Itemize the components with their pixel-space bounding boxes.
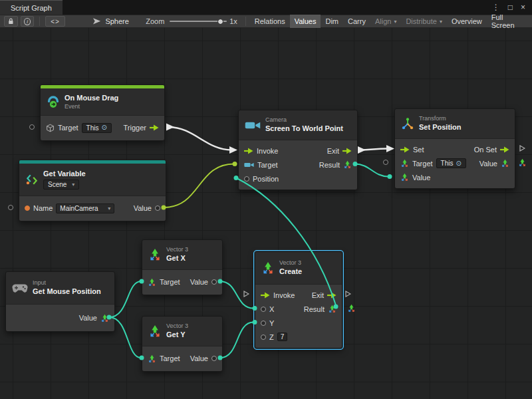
object-picker-icon[interactable]: ⊙ (101, 124, 106, 131)
flow-in-port[interactable] (261, 292, 270, 299)
tab-script-graph[interactable]: Script Graph (0, 0, 63, 15)
float-in-port[interactable] (261, 334, 266, 340)
vector3-port-icon[interactable] (148, 354, 156, 363)
separator (245, 17, 246, 26)
port-row: Invoke Exit (239, 144, 357, 158)
flow-out-port[interactable] (342, 148, 352, 154)
toolbar-button-distribute[interactable]: Distribute ▾ (401, 15, 446, 28)
vector3-port-icon[interactable] (328, 305, 336, 313)
flow-out-port[interactable] (500, 146, 509, 153)
toolbar-button-align[interactable]: Align ▾ (370, 15, 401, 28)
wire-arrowhead (386, 145, 394, 152)
port-label-x: X (269, 305, 274, 313)
flow-out-stub[interactable] (345, 291, 351, 297)
value-out-port[interactable] (155, 205, 160, 211)
toolbar-button-carry[interactable]: Carry (343, 15, 370, 28)
object-picker-icon[interactable]: ⊙ (456, 160, 461, 167)
wire-variable-to-target[interactable] (164, 164, 234, 208)
toolbar-button-dim[interactable]: Dim (321, 15, 343, 28)
flow-out-port[interactable] (327, 292, 336, 299)
target-self-chip[interactable]: This ⊙ (82, 123, 112, 133)
node-set-position[interactable]: Transform Set Position Set On Set Target… (394, 108, 515, 189)
port-label-target: Target (257, 161, 278, 169)
camera-port-icon[interactable] (244, 162, 254, 168)
node-create-vector3[interactable]: Vector 3 Create Invoke Exit X Result (255, 251, 342, 348)
node-body: Value (6, 304, 114, 331)
wire-exit-to-set[interactable] (359, 149, 387, 150)
code-preview-button[interactable]: <> (45, 16, 65, 27)
port-row: Target Value (142, 350, 222, 367)
vector3-port-icon[interactable] (100, 314, 109, 323)
chevron-down-icon: ▾ (440, 19, 442, 25)
chip-label: This (86, 124, 99, 132)
lock-button[interactable] (4, 16, 18, 27)
transform-port-icon[interactable] (400, 159, 409, 168)
flow-out-port[interactable] (150, 124, 159, 131)
z-value-field[interactable]: 7 (277, 332, 288, 341)
node-on-mouse-drag[interactable]: On Mouse Drag Event Target This ⊙ Trigge… (40, 84, 165, 141)
node-input-stub[interactable] (8, 205, 13, 210)
wire-arrowhead (229, 146, 237, 154)
value-out-port[interactable] (211, 279, 217, 285)
port-label-result: Result (304, 305, 325, 313)
node-input-stub[interactable] (383, 160, 388, 165)
code-icon: <> (51, 18, 60, 25)
camera-icon (245, 120, 261, 130)
node-header: Vector 3 Create (255, 252, 342, 284)
float-in-port[interactable] (261, 307, 266, 312)
maximize-icon[interactable]: □ (508, 3, 513, 11)
vector3-port-icon[interactable] (343, 160, 352, 169)
toolbar-button-overview[interactable]: Overview (447, 15, 487, 28)
port-row: Z 7 (255, 330, 342, 344)
node-screen-to-world-point[interactable]: Camera Screen To World Point Invoke Exit… (238, 110, 358, 190)
vector3-out-stub[interactable] (518, 158, 527, 167)
separator (39, 17, 40, 26)
vector3-port-icon[interactable] (148, 278, 156, 287)
node-body: Invoke Exit X Result Y (255, 284, 342, 348)
node-get-x[interactable]: Vector 3 Get X Target Value (142, 239, 223, 295)
node-header: Camera Screen To World Point (239, 110, 357, 140)
port-row: Target Value (142, 273, 222, 291)
vector3-port-icon[interactable] (400, 173, 409, 182)
float-in-port[interactable] (261, 321, 266, 326)
port-label-result: Result (319, 161, 340, 169)
node-input-stub[interactable] (29, 124, 35, 130)
graph-toolbar: i <> Sphere Zoom 1x Relations Values Dim… (0, 15, 532, 28)
variable-kind-dropdown[interactable]: Scene ▾ (43, 180, 79, 190)
node-subtitle: Event (65, 104, 118, 110)
wire-trigger-to-invoke[interactable] (168, 127, 231, 150)
string-port[interactable] (25, 205, 30, 211)
flow-in-port[interactable] (400, 146, 410, 153)
zoom-slider-knob[interactable] (217, 19, 223, 25)
vector3-out-stub[interactable] (347, 304, 356, 313)
node-get-variable[interactable]: Get Variable Scene ▾ Name MainCamera ▾ (19, 160, 166, 221)
wire-result-to-value[interactable] (355, 164, 388, 177)
transform-icon (401, 117, 414, 130)
gameobject-icon[interactable] (46, 124, 55, 132)
chip-label: This (441, 160, 454, 167)
flow-out-stub[interactable] (519, 145, 525, 152)
toolbar-button-values[interactable]: Values (290, 15, 321, 28)
info-button[interactable]: i (21, 16, 35, 27)
toolbar-button-relations[interactable]: Relations (250, 15, 290, 28)
flow-in-stub[interactable] (243, 291, 249, 297)
variable-name-dropdown[interactable]: MainCamera ▾ (56, 203, 114, 213)
node-get-mouse-position[interactable]: Input Get Mouse Position Value (5, 271, 115, 332)
zoom-slider[interactable] (170, 17, 227, 26)
port-row: Target Result (239, 158, 357, 172)
wire-gety-to-create-y[interactable] (220, 323, 253, 358)
port-label-value-in: Value (412, 174, 430, 182)
port-label-value: Value (79, 314, 97, 322)
vector3-in-port[interactable] (244, 176, 249, 182)
graph-canvas[interactable]: On Mouse Drag Event Target This ⊙ Trigge… (0, 28, 532, 399)
toolbar-button-fullscreen[interactable]: Full Screen (487, 15, 532, 28)
wire-endpoint (233, 162, 237, 166)
node-get-y[interactable]: Vector 3 Get Y Target Value (142, 316, 223, 372)
close-icon[interactable]: × (521, 3, 525, 11)
value-out-port[interactable] (211, 356, 217, 361)
vector3-port-icon[interactable] (501, 159, 509, 168)
menu-icon[interactable]: ⋮ (492, 3, 500, 11)
target-self-chip[interactable]: This ⊙ (436, 158, 466, 168)
flow-in-port[interactable] (244, 148, 253, 154)
graph-target-name[interactable]: Sphere (105, 17, 128, 25)
